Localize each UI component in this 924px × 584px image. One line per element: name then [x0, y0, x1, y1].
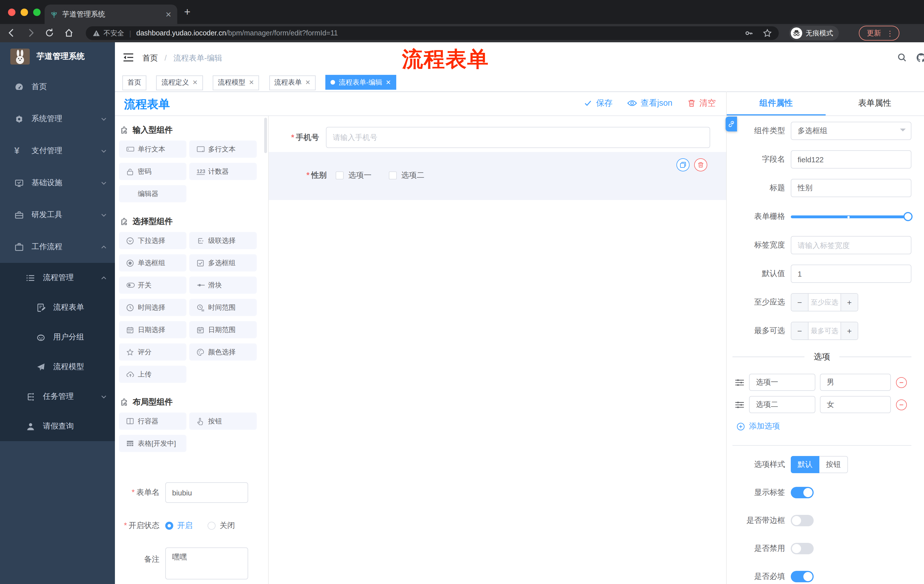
- form-grid-slider[interactable]: [791, 207, 911, 226]
- palette-item-radio-group[interactable]: 单选框组: [119, 254, 186, 271]
- tab-close-icon[interactable]: ✕: [305, 79, 310, 86]
- option-label-input[interactable]: [749, 374, 815, 391]
- tab-close-icon[interactable]: ✕: [386, 79, 391, 86]
- palette-item-rate[interactable]: 评分: [119, 344, 186, 360]
- component-type-value[interactable]: [791, 122, 911, 140]
- bookmark-star-icon[interactable]: [763, 29, 772, 38]
- sidebar-item-process-form[interactable]: 流程表单: [0, 293, 115, 322]
- tab-component-props[interactable]: 组件属性: [727, 91, 825, 115]
- maximize-window-button[interactable]: [33, 8, 41, 16]
- selected-component-gender[interactable]: *性别 选项一 选项二: [269, 152, 726, 200]
- gender-option-2[interactable]: 选项二: [389, 170, 424, 181]
- browser-menu-icon[interactable]: ⋮: [886, 29, 894, 38]
- min-select-input[interactable]: [808, 294, 840, 311]
- palette-item-slider[interactable]: 滑块: [189, 276, 257, 294]
- security-label[interactable]: 不安全: [104, 28, 124, 38]
- form-name-input[interactable]: [165, 482, 248, 503]
- palette-item-date-picker[interactable]: 日期选择: [119, 321, 186, 338]
- style-button-button[interactable]: 按钮: [819, 456, 848, 473]
- palette-item-checkbox-group[interactable]: 多选框组: [189, 254, 257, 271]
- decrement-button[interactable]: −: [791, 294, 808, 311]
- tab-close-icon[interactable]: ✕: [192, 79, 198, 86]
- sidebar-item-workflow[interactable]: 工作流程: [0, 231, 115, 263]
- palette-item-upload[interactable]: 上传: [119, 366, 186, 383]
- sidebar-item-process-model[interactable]: 流程模型: [0, 352, 115, 382]
- drag-handle-icon[interactable]: [735, 400, 745, 409]
- drag-handle-icon[interactable]: [735, 378, 745, 387]
- page-tab-home[interactable]: 首页: [122, 75, 146, 90]
- palette-item-password[interactable]: 密码: [119, 163, 186, 180]
- palette-item-text-input[interactable]: 单行文本: [119, 141, 186, 158]
- phone-field-input[interactable]: [326, 127, 710, 148]
- disabled-toggle[interactable]: [791, 543, 813, 554]
- increment-button[interactable]: +: [840, 294, 858, 311]
- palette-item-time-picker[interactable]: 时间选择: [119, 299, 186, 316]
- style-default-button[interactable]: 默认: [791, 456, 819, 473]
- sidebar-item-leave-query[interactable]: 请假查询: [0, 411, 115, 441]
- page-tab-process-form[interactable]: 流程表单✕: [269, 75, 316, 90]
- palette-item-row-container[interactable]: 行容器: [119, 413, 186, 430]
- sidebar-item-system[interactable]: 系统管理: [0, 103, 115, 135]
- search-icon[interactable]: [897, 53, 907, 62]
- page-tab-process-model[interactable]: 流程模型✕: [213, 75, 259, 90]
- collapse-sidebar-icon[interactable]: [123, 53, 134, 62]
- status-radio-off[interactable]: 关闭: [208, 521, 235, 531]
- sidebar-item-payment[interactable]: ¥ 支付管理: [0, 135, 115, 167]
- palette-item-textarea[interactable]: 多行文本: [189, 141, 257, 158]
- palette-item-select[interactable]: 下拉选择: [119, 232, 186, 249]
- browser-tab[interactable]: 芋道管理系统 ✕: [45, 5, 177, 24]
- sidebar-item-process-mgmt[interactable]: 流程管理: [0, 263, 115, 293]
- palette-item-cascader[interactable]: 级联选择: [189, 232, 257, 249]
- palette-item-counter[interactable]: 123计数器: [189, 163, 257, 180]
- minimize-window-button[interactable]: [21, 8, 28, 16]
- required-toggle[interactable]: [791, 571, 813, 582]
- delete-component-button[interactable]: [694, 158, 707, 171]
- label-width-input[interactable]: [791, 236, 911, 254]
- phone-field-row[interactable]: *手机号: [269, 127, 726, 148]
- clear-button[interactable]: 清空: [687, 98, 716, 109]
- update-button[interactable]: 更新 ⋮: [859, 26, 899, 41]
- palette-item-color-picker[interactable]: 颜色选择: [189, 344, 257, 360]
- option-value-input[interactable]: [820, 374, 891, 391]
- reload-icon[interactable]: [45, 28, 54, 38]
- max-select-input[interactable]: [808, 322, 840, 339]
- show-label-toggle[interactable]: [791, 487, 813, 498]
- save-button[interactable]: 保存: [584, 98, 613, 109]
- breadcrumb-home[interactable]: 首页: [142, 54, 158, 62]
- decrement-button[interactable]: −: [791, 322, 808, 339]
- remove-option-button[interactable]: [896, 377, 907, 388]
- palette-item-editor[interactable]: 编辑器: [119, 185, 186, 202]
- slider-handle[interactable]: [903, 212, 912, 221]
- add-option-button[interactable]: 添加选项: [736, 421, 924, 431]
- home-icon[interactable]: [64, 28, 74, 38]
- sidebar-item-infra[interactable]: 基础设施: [0, 167, 115, 199]
- tab-close-icon[interactable]: ✕: [165, 10, 172, 18]
- sidebar-item-devtools[interactable]: 研发工具: [0, 199, 115, 231]
- new-tab-button[interactable]: +: [184, 6, 190, 18]
- sidebar-item-home[interactable]: 首页: [0, 71, 115, 103]
- page-tab-process-form-edit[interactable]: 流程表单-编辑✕: [326, 75, 396, 90]
- increment-button[interactable]: +: [840, 322, 858, 339]
- field-name-input[interactable]: [791, 150, 911, 169]
- forward-icon[interactable]: [26, 28, 35, 38]
- palette-scrollbar[interactable]: [264, 118, 267, 153]
- password-key-icon[interactable]: [744, 29, 754, 38]
- palette-item-button[interactable]: 按钮: [189, 413, 257, 430]
- palette-item-time-range[interactable]: 时间范围: [189, 299, 257, 316]
- copy-component-button[interactable]: [676, 158, 690, 171]
- sidebar-item-task-mgmt[interactable]: 任务管理: [0, 382, 115, 411]
- sidebar-logo[interactable]: 芋道管理系统: [0, 42, 115, 71]
- option-value-input[interactable]: [820, 396, 891, 413]
- palette-item-switch[interactable]: 开关: [119, 276, 186, 294]
- tab-close-icon[interactable]: ✕: [249, 79, 254, 86]
- slider-track[interactable]: [791, 216, 911, 218]
- border-toggle[interactable]: [791, 515, 813, 526]
- view-json-button[interactable]: 查看json: [627, 98, 672, 109]
- palette-item-table[interactable]: 表格[开发中]: [119, 435, 186, 452]
- default-value-input[interactable]: [791, 265, 911, 283]
- status-radio-on[interactable]: 开启: [165, 521, 193, 531]
- page-tab-process-definition[interactable]: 流程定义✕: [157, 75, 203, 90]
- form-remark-textarea[interactable]: 嘿嘿: [165, 548, 248, 579]
- remove-option-button[interactable]: [896, 399, 907, 410]
- github-icon[interactable]: [916, 53, 924, 63]
